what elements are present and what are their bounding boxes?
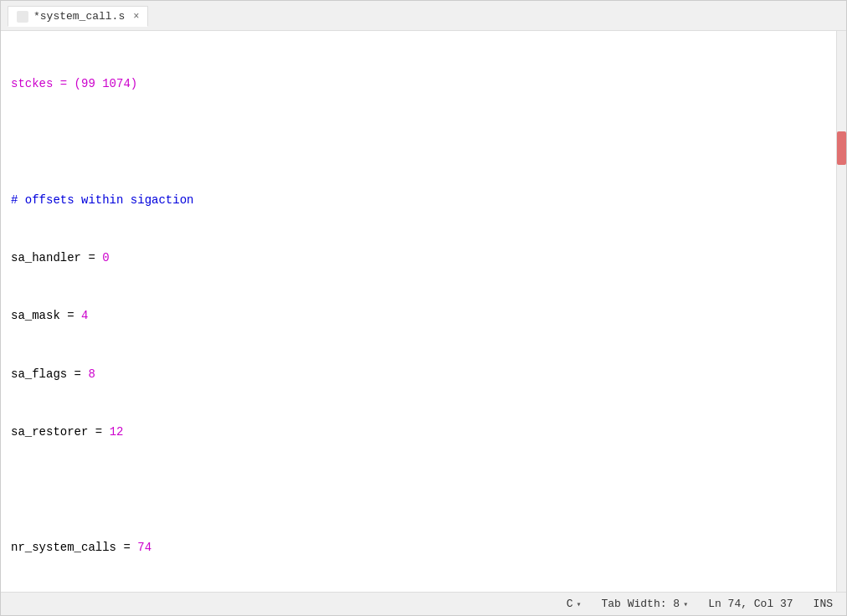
line-text: stckes = (99 1074) bbox=[11, 77, 137, 90]
tab-width-arrow: ▾ bbox=[683, 599, 688, 609]
code-line: nr_system_calls = 74 bbox=[11, 538, 826, 557]
line-number: 12 bbox=[110, 425, 124, 439]
language-selector[interactable]: C ▾ bbox=[567, 598, 582, 610]
code-line: sa_mask = 4 bbox=[11, 306, 826, 326]
code-editor[interactable]: stckes = (99 1074) # offsets within siga… bbox=[1, 31, 836, 592]
line-text: # offsets within sigaction bbox=[11, 193, 193, 207]
file-icon bbox=[17, 11, 28, 23]
code-line bbox=[11, 132, 826, 151]
tab-width-label: Tab Width: 8 bbox=[602, 598, 680, 610]
line-number: 74 bbox=[137, 541, 151, 554]
file-tab[interactable]: *system_call.s × bbox=[8, 6, 148, 27]
code-line: # offsets within sigaction bbox=[11, 191, 826, 210]
code-line: stckes = (99 1074) bbox=[11, 74, 826, 94]
line-text: sa_mask = bbox=[11, 309, 81, 322]
vertical-scrollbar[interactable] bbox=[836, 31, 846, 592]
tab-label: *system_call.s bbox=[33, 10, 125, 23]
code-content: stckes = (99 1074) # offsets within siga… bbox=[1, 31, 836, 592]
code-line: sa_handler = 0 bbox=[11, 249, 826, 268]
line-number: 0 bbox=[102, 251, 109, 264]
main-window: *system_call.s × stckes = (99 1074) # of… bbox=[0, 0, 847, 616]
code-line: sa_restorer = 12 bbox=[11, 423, 826, 442]
tab-width-selector[interactable]: Tab Width: 8 ▾ bbox=[602, 598, 689, 610]
code-line bbox=[11, 480, 826, 500]
tab-close-button[interactable]: × bbox=[133, 11, 139, 23]
language-arrow: ▾ bbox=[576, 599, 581, 609]
editor-area: stckes = (99 1074) # offsets within siga… bbox=[1, 31, 846, 592]
line-text: sa_restorer = bbox=[11, 425, 110, 439]
line-number: 4 bbox=[81, 309, 88, 322]
scrollbar-thumb[interactable] bbox=[837, 131, 846, 165]
cursor-position: Ln 74, Col 37 bbox=[708, 598, 793, 610]
editor-mode: INS bbox=[814, 598, 833, 610]
line-text: nr_system_calls = bbox=[11, 541, 137, 554]
line-number: 8 bbox=[88, 367, 95, 381]
line-text: sa_handler = bbox=[11, 251, 102, 264]
code-line: sa_flags = 8 bbox=[11, 365, 826, 384]
title-bar: *system_call.s × bbox=[1, 1, 846, 31]
status-bar: C ▾ Tab Width: 8 ▾ Ln 74, Col 37 INS bbox=[1, 592, 846, 615]
language-label: C bbox=[567, 598, 573, 610]
line-text: sa_flags = bbox=[11, 367, 88, 381]
mode-label: INS bbox=[814, 598, 833, 610]
position-label: Ln 74, Col 37 bbox=[708, 598, 793, 610]
